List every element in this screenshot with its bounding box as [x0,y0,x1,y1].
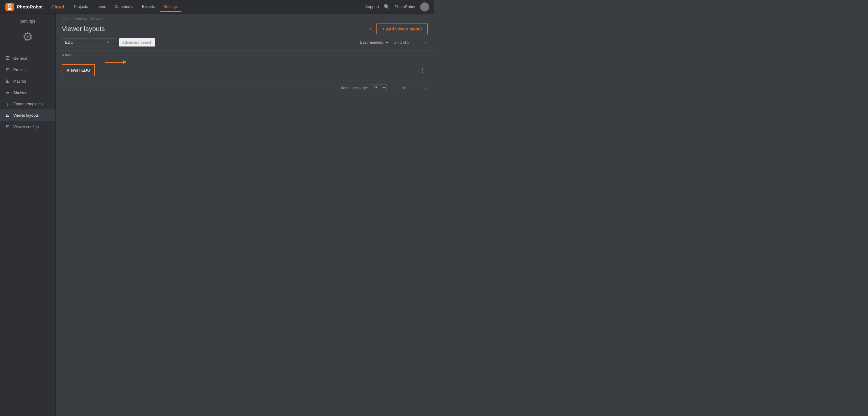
breadcrumb-home[interactable]: Home [62,17,71,21]
logo-divider: | [46,4,48,10]
sidebar-item-macros[interactable]: ⊞ Macros [0,76,56,87]
topnav-right: Support 🔍 PhotoRobot [365,2,429,11]
sidebar-title-underline [19,26,37,26]
logo[interactable]: PhotoRobot | Cloud [5,2,64,12]
svg-rect-2 [8,8,11,10]
add-button-arrow: → [366,25,373,33]
user-avatar[interactable] [420,2,429,11]
sidebar-item-export-templates[interactable]: ↓ Export templates [0,98,56,110]
presets-icon: ⊟ [5,67,10,72]
main-content: Home / Settings / Viewers Viewer layouts… [56,14,434,416]
deco-arrow [105,60,127,64]
sort-control[interactable]: Last modified ▼ [360,40,389,44]
nav-settings[interactable]: Settings [160,2,181,12]
sidebar: Settings ⚙ ☑ General ⊟ Presets ⊞ Macros … [0,14,56,416]
page-title: Viewer layouts [62,25,105,33]
content-header: Viewer layouts → + Add viewer layout [56,22,434,38]
search-input[interactable] [65,40,104,44]
sidebar-item-label-presets: Presets [13,67,27,72]
sidebar-item-shelves[interactable]: ☰ Shelves [0,87,56,98]
toolbar: ✕ Advanced search Last modified ▼ 1 – 1 … [56,38,434,50]
general-icon: ☑ [5,56,10,61]
sidebar-header: Settings ⚙ [0,14,56,50]
topnav: PhotoRobot | Cloud Projects Items Commen… [0,0,434,14]
nav-items[interactable]: Items [93,2,110,12]
next-page-button-bottom[interactable]: › [423,85,428,91]
table-header: Name [56,50,434,60]
sidebar-item-presets[interactable]: ⊟ Presets [0,64,56,76]
sidebar-item-general[interactable]: ☑ General [0,53,56,64]
sidebar-title: Settings [0,19,56,24]
pagination-info-bottom: 1 – 1 of 1 [393,86,408,90]
nav-exports[interactable]: Exports [138,2,159,12]
viewer-configs-icon: ⊟ [5,124,10,129]
logo-icon [5,2,14,12]
nav-projects[interactable]: Projects [70,2,92,12]
sidebar-items: ☑ General ⊟ Presets ⊞ Macros ☰ Shelves ↓… [0,50,56,132]
search-icon[interactable]: 🔍 [384,4,390,10]
breadcrumb: Home / Settings / Viewers [56,14,434,22]
breadcrumb-settings[interactable]: Settings [74,17,87,21]
add-btn-area: → + Add viewer layout [366,24,428,34]
breadcrumb-viewers[interactable]: Viewers [90,17,103,21]
sidebar-item-label-export: Export templates [13,101,43,106]
clear-search-button[interactable]: ✕ [106,40,110,44]
pagination-info-top: 1 – 1 of 1 [394,40,409,44]
svg-point-3 [8,8,9,9]
shelves-icon: ☰ [5,90,10,95]
sidebar-item-label-viewer-configs: Viewer configs [13,124,38,129]
sidebar-item-label-general: General [13,56,27,61]
col-name-header: Name [62,53,428,57]
topnav-links: Projects Items Comments Exports Settings [70,2,365,12]
logo-cloud: Cloud [52,4,64,9]
row-name-text: Viewer EDU [62,64,95,76]
sidebar-item-label-macros: Macros [13,79,26,84]
items-per-page-label: Items per page: [341,86,368,90]
items-per-page: Items per page: 25 50 100 [341,84,387,91]
add-viewer-layout-button[interactable]: + Add viewer layout [376,24,428,34]
sort-label: Last modified [360,40,383,44]
macros-icon: ⊞ [5,78,10,84]
bottom-bar: Items per page: 25 50 100 1 – 1 of 1 ‹ › [56,81,434,95]
sidebar-item-viewer-configs[interactable]: ⊟ Viewer configs [0,121,56,132]
items-per-page-select[interactable]: 25 50 100 [370,84,387,91]
sidebar-item-label-shelves: Shelves [13,90,27,95]
sort-arrow-icon: ▼ [385,41,389,44]
viewer-layouts-icon: ⊟ [5,113,10,118]
logo-text: PhotoRobot [17,4,43,9]
gear-icon: ⚙ [0,30,56,44]
nav-comments[interactable]: Comments [111,2,137,12]
export-templates-icon: ↓ [5,101,10,107]
sidebar-item-viewer-layouts[interactable]: ⊟ Viewer layouts [0,110,56,121]
row-more-button[interactable]: ⋮ [417,65,428,75]
username: PhotoRobot [395,4,415,9]
advanced-search-button[interactable]: Advanced search [119,38,155,47]
sidebar-item-label-viewer-layouts: Viewer layouts [13,113,38,118]
next-page-button[interactable]: › [423,39,428,46]
support-link[interactable]: Support [365,4,379,9]
search-box: ✕ [62,38,116,47]
svg-point-4 [10,8,11,9]
prev-page-button-bottom[interactable]: ‹ [414,85,419,91]
prev-page-button[interactable]: ‹ [414,39,420,46]
